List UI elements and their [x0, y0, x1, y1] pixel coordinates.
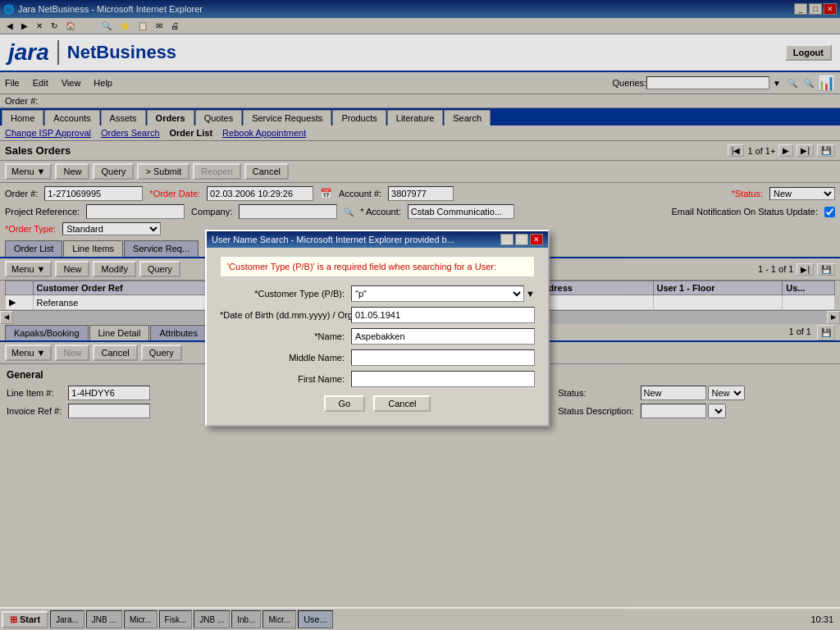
modal-body: 'Customer Type (P/B)' is a required fiel…: [207, 248, 548, 425]
modal-title: User Name Search - Microsoft Internet Ex…: [212, 235, 454, 244]
modal-dialog: User Name Search - Microsoft Internet Ex…: [205, 230, 550, 427]
modal-label-name: *Name:: [220, 331, 351, 341]
modal-message: 'Customer Type (P/B)' is a required fiel…: [220, 256, 535, 277]
modal-overlay: User Name Search - Microsoft Internet Ex…: [0, 0, 840, 630]
modal-field-middle-name: Middle Name:: [220, 349, 535, 366]
modal-select-customer-type[interactable]: "p": [351, 285, 524, 302]
modal-close-btn[interactable]: ✕: [530, 234, 543, 245]
modal-dropdown-icon[interactable]: ▼: [526, 289, 535, 299]
modal-cancel-btn[interactable]: Cancel: [373, 395, 431, 412]
modal-input-first-name[interactable]: [351, 371, 535, 387]
modal-label-middle-name: Middle Name:: [220, 353, 351, 363]
modal-field-first-name: First Name:: [220, 371, 535, 387]
modal-label-customer-type: *Customer Type (P/B):: [220, 289, 351, 299]
modal-field-customer-type: *Customer Type (P/B): "p" ▼: [220, 285, 535, 302]
modal-label-dob: *Date of Birth (dd.mm.yyyy) / Org.No:: [220, 310, 351, 320]
modal-controls[interactable]: _ □ ✕: [500, 234, 543, 245]
modal-field-name: *Name:: [220, 328, 535, 345]
modal-input-name[interactable]: [351, 328, 535, 345]
modal-label-first-name: First Name:: [220, 374, 351, 384]
modal-btn-row: Go Cancel: [220, 395, 535, 417]
modal-title-bar: User Name Search - Microsoft Internet Ex…: [207, 231, 548, 248]
modal-maximize-btn[interactable]: □: [515, 234, 528, 245]
modal-minimize-btn[interactable]: _: [500, 234, 514, 245]
modal-field-dob: *Date of Birth (dd.mm.yyyy) / Org.No:: [220, 307, 535, 323]
modal-input-middle-name[interactable]: [351, 349, 535, 366]
modal-input-dob[interactable]: [351, 307, 535, 323]
modal-go-btn[interactable]: Go: [324, 395, 366, 412]
